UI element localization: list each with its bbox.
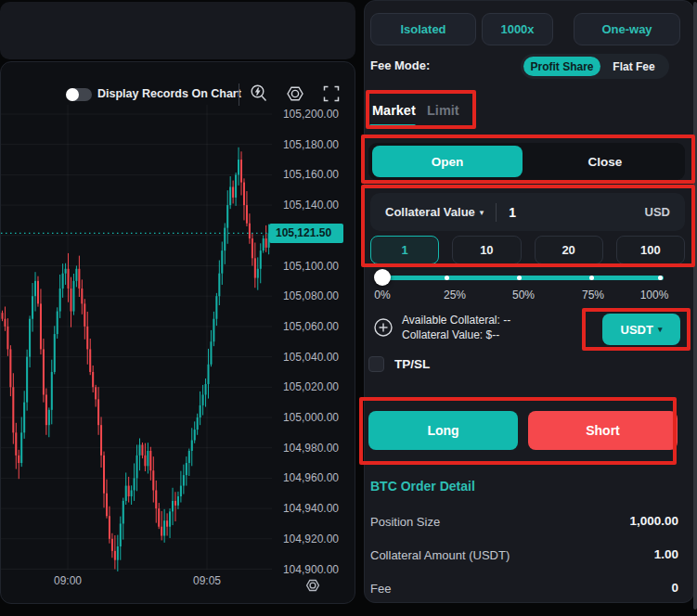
position-mode-label: One-way — [601, 22, 652, 36]
price-tick: 105,080.00 — [272, 289, 339, 302]
leverage-label: 1000x — [500, 22, 534, 36]
price-tick: 105,060.00 — [272, 320, 339, 333]
tab-market[interactable]: Market — [372, 103, 416, 118]
input-divider — [496, 203, 497, 222]
tab-limit[interactable]: Limit — [427, 103, 459, 118]
margin-mode-button[interactable]: Isolated — [370, 13, 476, 45]
available-collateral-text: Available Collateral: -- — [402, 314, 510, 327]
order-panel: Isolated 1000x One-way Fee Mode: Profit … — [364, 0, 694, 603]
tpsl-label: TP/SL — [394, 357, 430, 371]
price-tick: 105,180.00 — [272, 138, 339, 151]
short-button[interactable]: Short — [528, 411, 678, 450]
fullscreen-icon[interactable] — [320, 83, 342, 105]
time-tick: 09:00 — [40, 574, 96, 587]
slider-label-75: 75% — [582, 289, 604, 302]
profit-share-option[interactable]: Profit Share — [523, 57, 600, 76]
quick-amount-20[interactable]: 20 — [535, 236, 603, 264]
collateral-amount-label: Collateral Amount (USDT) — [370, 548, 510, 562]
collateral-amount-value: 1.00 — [654, 547, 678, 561]
collateral-value-text: Collateral Value: $-- — [402, 328, 499, 341]
amount-slider-handle[interactable] — [374, 269, 391, 286]
active-tab-underline — [369, 124, 416, 127]
tpsl-checkbox[interactable] — [368, 356, 384, 372]
price-tick: 105,140.00 — [272, 199, 339, 212]
slider-label-100: 100% — [640, 289, 669, 302]
collateral-type-dropdown[interactable]: Collateral Value — [385, 205, 475, 219]
settings-nut-icon[interactable] — [284, 83, 306, 105]
slider-label-50: 50% — [512, 289, 535, 302]
top-left-card — [0, 2, 355, 59]
flat-fee-option[interactable]: Flat Fee — [602, 54, 665, 79]
close-button[interactable]: Close — [525, 143, 685, 180]
toggle-knob — [66, 88, 79, 101]
price-tick: 105,100.00 — [272, 260, 339, 273]
asset-label: USDT — [621, 323, 653, 337]
slider-dot-50 — [517, 276, 522, 280]
fee-label: Fee — [370, 582, 391, 596]
price-tick: 104,900.00 — [272, 563, 339, 576]
slider-label-0: 0% — [374, 289, 390, 302]
trading-page: 105,200.00105,180.00105,160.00105,140.00… — [0, 0, 697, 616]
price-tick: 104,960.00 — [272, 471, 339, 484]
slider-dot-75 — [589, 276, 594, 280]
fee-mode-switch: Profit Share Flat Fee — [521, 54, 669, 79]
toolbar-divider — [239, 83, 239, 106]
fee-value: 0 — [671, 581, 678, 595]
price-tick: 105,200.00 — [272, 108, 339, 121]
margin-mode-label: Isolated — [400, 22, 445, 36]
leverage-button[interactable]: 1000x — [482, 13, 553, 45]
chart-toolbar: Display Records On Chart — [1, 81, 355, 109]
panel-scrollbar[interactable] — [693, 2, 697, 610]
slider-dot-25 — [445, 276, 449, 280]
amount-slider-track[interactable] — [375, 276, 664, 280]
order-detail-title: BTC Order Detail — [370, 479, 475, 494]
collateral-unit: USD — [645, 205, 670, 219]
display-records-label: Display Records On Chart — [97, 87, 241, 100]
price-tick: 105,020.00 — [272, 380, 339, 393]
slider-dot-100 — [658, 276, 663, 280]
price-tick: 104,920.00 — [272, 533, 339, 545]
slider-label-25: 25% — [444, 289, 466, 302]
collateral-input-row: Collateral Value ▾ 1 USD — [370, 193, 685, 231]
price-tick: 105,040.00 — [272, 351, 339, 364]
price-tick: 105,160.00 — [272, 168, 339, 181]
quick-amount-10[interactable]: 10 — [452, 236, 521, 264]
long-button[interactable]: Long — [368, 411, 518, 450]
quick-amount-row: 1 10 20 100 — [370, 236, 685, 264]
display-records-toggle[interactable] — [67, 88, 92, 101]
price-tick: 104,940.00 — [272, 502, 339, 515]
magnifier-flash-icon[interactable] — [248, 83, 270, 105]
quick-amount-100[interactable]: 100 — [616, 236, 685, 264]
collateral-value-input[interactable]: 1 — [509, 205, 516, 220]
current-price-badge: 105,121.50 — [269, 224, 343, 243]
axis-settings-icon[interactable] — [303, 575, 323, 596]
chevron-down-icon: ▾ — [480, 208, 484, 217]
add-collateral-icon[interactable] — [373, 317, 394, 338]
open-button[interactable]: Open — [372, 146, 523, 177]
position-mode-button[interactable]: One-way — [574, 13, 680, 45]
position-size-label: Position Size — [370, 515, 440, 529]
chart-card: 105,200.00105,180.00105,160.00105,140.00… — [0, 61, 355, 604]
asset-select-button[interactable]: USDT ▾ — [602, 314, 680, 345]
open-close-switch: Open Close — [368, 143, 685, 180]
fee-mode-label: Fee Mode: — [370, 58, 430, 72]
chevron-down-icon: ▾ — [658, 325, 663, 334]
position-size-value: 1,000.00 — [629, 514, 678, 528]
price-tick: 104,980.00 — [272, 442, 339, 455]
time-tick: 09:05 — [179, 574, 235, 587]
price-tick: 105,000.00 — [272, 411, 339, 424]
quick-amount-1[interactable]: 1 — [370, 236, 439, 264]
